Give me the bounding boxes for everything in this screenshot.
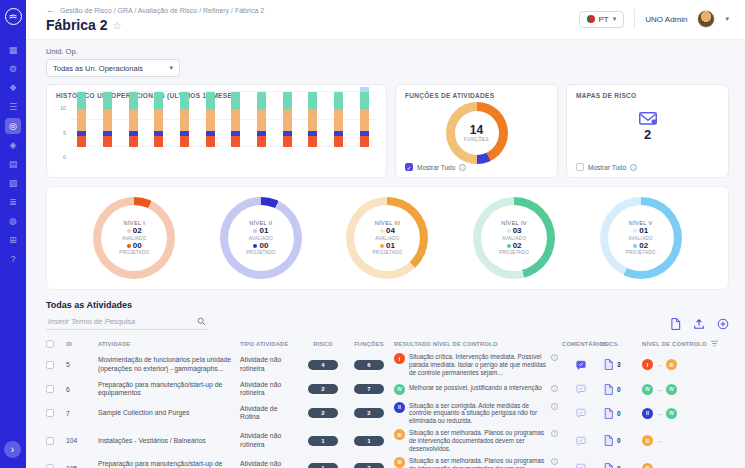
page-title: Fábrica 2 bbox=[46, 17, 107, 33]
select-all-checkbox[interactable] bbox=[46, 340, 54, 348]
comment-icon[interactable] bbox=[576, 408, 586, 418]
search-icon[interactable] bbox=[197, 317, 206, 326]
back-icon[interactable]: ← bbox=[46, 5, 55, 15]
language-code: PT bbox=[599, 15, 609, 24]
segment-teal bbox=[103, 92, 112, 109]
favorite-star-icon[interactable]: ☆ bbox=[112, 20, 121, 31]
table-row[interactable]: 5Movimentação de funcionários pela unida… bbox=[46, 351, 729, 379]
segment-red bbox=[231, 136, 240, 147]
sidebar-expand-button[interactable]: › bbox=[4, 441, 21, 458]
segment-red bbox=[360, 136, 369, 147]
sidebar-item-globe-icon[interactable]: ◍ bbox=[5, 213, 21, 229]
doc-icon[interactable] bbox=[604, 359, 613, 370]
chevron-down-icon: ▾ bbox=[169, 64, 173, 72]
avaliado-label: AVALIADO bbox=[502, 236, 526, 241]
level-chip: II bbox=[394, 402, 405, 413]
comment-icon[interactable] bbox=[576, 360, 586, 370]
col-funcoes[interactable]: FUNÇÕES bbox=[344, 341, 394, 347]
projetado-value: 02 bbox=[633, 242, 648, 251]
level-chip: III bbox=[394, 429, 405, 440]
col-comentarios[interactable]: COMENTÁRIOS bbox=[562, 341, 600, 347]
sidebar-item-shield-icon[interactable]: ◈ bbox=[5, 137, 21, 153]
cell-docs: 0 bbox=[600, 435, 642, 446]
unit-filter-label: Unid. Op. bbox=[46, 47, 729, 56]
avaliado-label: AVALIADO bbox=[629, 236, 653, 241]
content: Unid. Op. Todas as Un. Operacionais ▾ HI… bbox=[26, 40, 745, 468]
table-row[interactable]: 7Sample Collection and PurgesAtividade d… bbox=[46, 400, 729, 428]
info-icon[interactable]: i bbox=[630, 164, 637, 171]
comment-icon[interactable] bbox=[576, 384, 586, 394]
col-resultado[interactable]: RESULTADO NÍVEL DE CONTROLO bbox=[394, 341, 562, 347]
docs-count: 3 bbox=[617, 361, 621, 368]
table-row[interactable]: 6Preparação para manutenção/start-up de … bbox=[46, 379, 729, 400]
col-nivel-controlo[interactable]: NÍVEL DE CONTROLO bbox=[642, 341, 710, 347]
info-icon[interactable]: i bbox=[551, 430, 558, 437]
col-docs[interactable]: DOCS. bbox=[600, 341, 642, 347]
cell-nivel-controlo: III→ bbox=[642, 435, 710, 446]
cell-id: 104 bbox=[66, 437, 98, 444]
topbar-left: ← Gestão de Risco / GRA / Avaliação de R… bbox=[46, 5, 264, 33]
info-icon[interactable]: i bbox=[459, 164, 466, 171]
risk-maps-panel: MAPAS DE RISCO 2 Mostrar Tudo i bbox=[566, 84, 729, 178]
comment-icon[interactable] bbox=[576, 463, 586, 468]
doc-icon[interactable] bbox=[604, 408, 613, 419]
col-tipo[interactable]: TIPO ATIVIDADE bbox=[240, 341, 302, 347]
table-row[interactable]: 104Instalações - Vestiários / Balneários… bbox=[46, 427, 729, 455]
search-input[interactable] bbox=[48, 317, 188, 326]
sidebar-item-apps-icon[interactable]: ⊞ bbox=[5, 232, 21, 248]
comment-icon[interactable] bbox=[576, 436, 586, 446]
sidebar-item-dashboard-icon[interactable]: ▦ bbox=[5, 42, 21, 58]
avatar[interactable] bbox=[697, 10, 715, 28]
filter-icon[interactable] bbox=[710, 339, 719, 348]
cell-docs: 3 bbox=[600, 359, 642, 370]
app-logo-icon[interactable] bbox=[5, 8, 22, 25]
unit-select[interactable]: Todas as Un. Operacionais ▾ bbox=[46, 59, 180, 77]
row-checkbox[interactable] bbox=[46, 409, 54, 417]
doc-icon[interactable] bbox=[604, 463, 613, 468]
docs-count: 0 bbox=[617, 410, 621, 417]
bar-Sep/24: Sep/24 bbox=[174, 92, 194, 147]
info-icon[interactable]: i bbox=[551, 458, 558, 465]
row-checkbox[interactable] bbox=[46, 385, 54, 393]
export-file-icon[interactable] bbox=[670, 318, 681, 330]
col-risco[interactable]: RISCO bbox=[302, 341, 344, 347]
level-ring-5: NÍVEL V01AVALIADO02PROJETADO bbox=[600, 197, 682, 279]
segment-teal bbox=[180, 92, 189, 109]
segment-teal bbox=[77, 92, 86, 109]
projetado-value: 00 bbox=[253, 242, 268, 251]
sidebar-item-reports-icon[interactable]: ▤ bbox=[5, 156, 21, 172]
sidebar-item-modules-icon[interactable]: ❖ bbox=[5, 80, 21, 96]
show-all-label: Mostrar Tudo bbox=[588, 164, 626, 171]
doc-icon[interactable] bbox=[604, 384, 613, 395]
bar-Jul/24: Jul/24 bbox=[123, 92, 143, 147]
upload-icon[interactable] bbox=[693, 318, 705, 330]
row-checkbox[interactable] bbox=[46, 464, 54, 468]
arrow-right-icon: → bbox=[656, 437, 663, 444]
sidebar-item-folders-icon[interactable]: ▧ bbox=[5, 175, 21, 191]
col-id[interactable]: ID bbox=[66, 341, 98, 347]
col-atividade[interactable]: ATIVIDADE bbox=[98, 341, 240, 347]
sidebar-item-risk-assessment-icon[interactable]: ◎ bbox=[5, 118, 21, 134]
add-icon[interactable] bbox=[717, 318, 729, 330]
sidebar-item-settings-icon[interactable]: ⚙ bbox=[5, 61, 21, 77]
info-icon[interactable]: i bbox=[551, 403, 558, 410]
sidebar-item-tasks-icon[interactable]: ☰ bbox=[5, 99, 21, 115]
breadcrumb[interactable]: Gestão de Risco / GRA / Avaliação de Ris… bbox=[60, 7, 264, 14]
show-all-checkbox[interactable] bbox=[576, 163, 584, 171]
info-icon[interactable]: i bbox=[551, 354, 558, 361]
sidebar-item-database-icon[interactable]: ≣ bbox=[5, 194, 21, 210]
show-all-checkbox[interactable]: ✓ bbox=[405, 163, 413, 171]
level-title: NÍVEL II bbox=[249, 220, 272, 226]
language-selector[interactable]: PT ▾ bbox=[579, 11, 625, 28]
risco-badge: 2 bbox=[308, 408, 338, 418]
sidebar-item-help-icon[interactable]: ? bbox=[5, 251, 21, 267]
cell-atividade: Instalações - Vestiários / Balneários bbox=[98, 437, 240, 445]
doc-icon[interactable] bbox=[604, 435, 613, 446]
info-icon[interactable]: i bbox=[551, 385, 558, 392]
projetado-value: 02 bbox=[507, 242, 522, 251]
table-row[interactable]: 105Preparação para manutenção/start-up d… bbox=[46, 455, 729, 468]
user-menu-chevron-icon[interactable]: ▾ bbox=[725, 15, 729, 23]
row-checkbox[interactable] bbox=[46, 361, 54, 369]
row-checkbox[interactable] bbox=[46, 437, 54, 445]
segment-sand bbox=[180, 109, 189, 131]
